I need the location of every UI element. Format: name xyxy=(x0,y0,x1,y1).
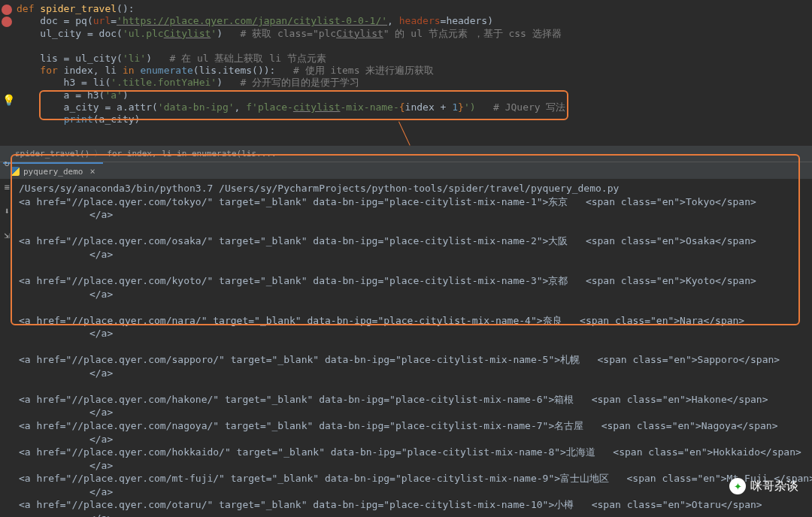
code-line: def spider_travel(): xyxy=(0,3,812,15)
console-output-line: </a> xyxy=(0,288,812,301)
console-output-line: </a> xyxy=(0,208,812,222)
tab-label: pyquery_demo xyxy=(23,167,83,177)
console-run-path: /Users/sy/anaconda3/bin/python3.7 /Users… xyxy=(0,182,812,195)
console-tab-bar: pyquery_demo × xyxy=(0,162,812,179)
code-line: for index, li in enumerate(lis.items()):… xyxy=(0,65,812,77)
console-output-line: </a> xyxy=(0,512,812,517)
console-output-line: </a> xyxy=(0,485,812,499)
bulb-icon[interactable]: 💡 xyxy=(2,94,13,104)
code-line: lis = ul_city('li') # 在 ul 基础上获取 li 节点元素 xyxy=(0,53,812,65)
console-output[interactable]: /Users/sy/anaconda3/bin/python3.7 /Users… xyxy=(0,179,812,517)
console-output-line: <a href="//place.qyer.com/otaru/" target… xyxy=(0,498,812,512)
console-output-line: <a href="//place.qyer.com/tokyo/" target… xyxy=(0,195,812,209)
console-output-line: <a href="//place.qyer.com/kyoto/" target… xyxy=(0,274,812,288)
console-output-line: <a href="//place.qyer.com/nara/" target=… xyxy=(0,314,812,328)
code-line: doc = pq(url='https://place.qyer.com/jap… xyxy=(0,15,812,27)
watermark-text: 咪哥杂谈 xyxy=(750,479,798,494)
console-output-line: </a> xyxy=(0,327,812,340)
console-output-line: <a href="//place.qyer.com/mt-fuji/" targ… xyxy=(0,472,812,485)
console-toolbar: ↻ ≡ ⬇ ⇲ xyxy=(0,158,14,240)
fold-icon[interactable] xyxy=(2,5,12,15)
console-blank-line xyxy=(0,301,812,314)
console-output-line: <a href="//place.qyer.com/osaka/" target… xyxy=(0,234,812,248)
console-output-line: <a href="//place.qyer.com/sapporo/" targ… xyxy=(0,353,812,367)
console-blank-line xyxy=(0,379,812,393)
console-blank-line xyxy=(0,261,812,274)
watermark: ✦ 咪哥杂谈 xyxy=(729,478,798,494)
breadcrumb[interactable]: spider_travel() 〉 for index, li in enume… xyxy=(0,146,812,162)
breadcrumb-item[interactable]: spider_travel() xyxy=(15,149,89,159)
code-line: h3 = li('.title.fontYaHei') # 分开写的目的是便于学… xyxy=(0,77,812,89)
console-tab[interactable]: pyquery_demo × xyxy=(3,162,103,179)
code-line: a = h3('a') xyxy=(0,89,812,101)
console-output-line: <a href="//place.qyer.com/hakone/" targe… xyxy=(0,393,812,407)
rerun-icon[interactable]: ↻ xyxy=(4,158,9,168)
console-output-line: </a> xyxy=(0,433,812,446)
stop-icon[interactable]: ≡ xyxy=(4,182,9,192)
code-line: ul_city = doc('ul.plcCitylist') # 获取 cla… xyxy=(0,28,812,40)
code-line xyxy=(0,40,812,52)
breakpoint-icon[interactable] xyxy=(2,17,12,27)
close-icon[interactable]: × xyxy=(89,166,95,177)
breadcrumb-item[interactable]: for index, li in enumerate(lis.... xyxy=(107,149,276,159)
wechat-icon: ✦ xyxy=(729,478,746,494)
chevron-right-icon: 〉 xyxy=(94,148,102,159)
console-blank-line xyxy=(0,222,812,235)
console-output-line: </a> xyxy=(0,367,812,380)
download-icon[interactable]: ⬇ xyxy=(4,206,9,216)
console-output-line: </a> xyxy=(0,406,812,419)
console-output-line: <a href="//place.qyer.com/nagoya/" targe… xyxy=(0,419,812,433)
console-output-line: <a href="//place.qyer.com/hokkaido/" tar… xyxy=(0,446,812,459)
console-output-line: </a> xyxy=(0,459,812,473)
console-output-line: </a> xyxy=(0,248,812,262)
export-icon[interactable]: ⇲ xyxy=(4,230,9,240)
console-blank-line xyxy=(0,340,812,354)
code-line: 💡 a_city = a.attr('data-bn-ipg', f'place… xyxy=(0,101,812,113)
